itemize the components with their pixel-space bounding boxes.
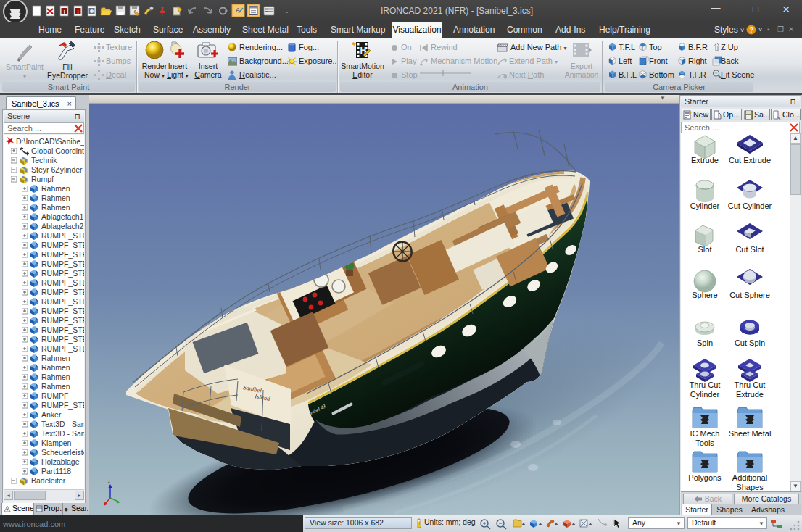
svg-text:I: I: [77, 9, 78, 15]
svg-text:z: z: [108, 479, 110, 483]
svg-text:I: I: [63, 9, 65, 15]
svg-text:?: ?: [749, 26, 753, 34]
